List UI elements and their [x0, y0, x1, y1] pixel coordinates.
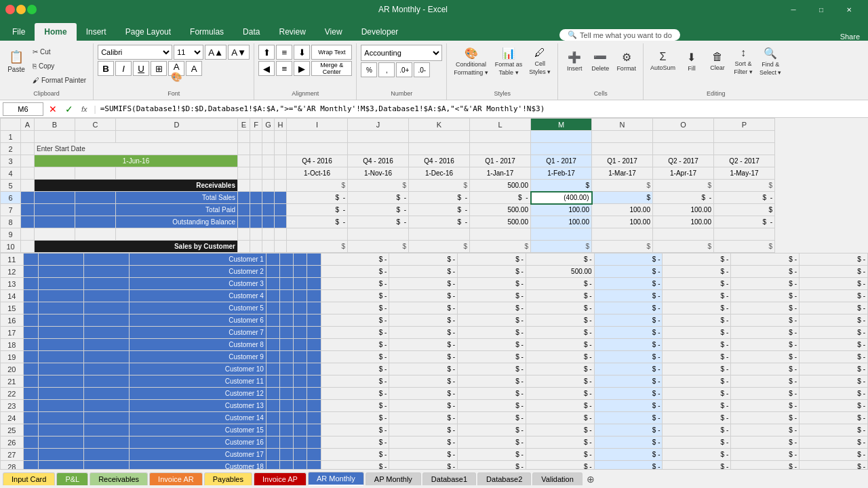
cell-k26[interactable]: $ -	[458, 436, 526, 449]
comma-button[interactable]: ,	[378, 62, 395, 77]
confirm-formula-button[interactable]: ✓	[62, 104, 76, 115]
decrease-decimal-button[interactable]: .0-	[414, 62, 430, 77]
cell-k16[interactable]: $ -	[458, 314, 526, 327]
cell-m15[interactable]: $ -	[594, 302, 663, 314]
cell-j10[interactable]: $	[348, 241, 409, 253]
cell-p5[interactable]: $	[714, 180, 775, 192]
cell-c22[interactable]	[84, 388, 130, 400]
cell-k17[interactable]: $ -	[458, 327, 526, 339]
cell-k15[interactable]: $ -	[458, 302, 526, 314]
tab-view[interactable]: View	[315, 23, 352, 41]
cell-n3[interactable]: Q1 - 2017	[592, 155, 653, 167]
cell-l7[interactable]: 500.00	[470, 204, 531, 216]
col-header-c[interactable]: C	[75, 119, 116, 131]
cell-j8[interactable]: $ -	[348, 216, 409, 228]
cell-b16[interactable]	[38, 314, 83, 327]
cell-i15[interactable]: $ -	[321, 302, 389, 314]
cell-n21[interactable]: $ -	[663, 375, 731, 388]
cell-j25[interactable]: $ -	[389, 424, 458, 436]
cell-n1[interactable]	[592, 131, 653, 143]
cell-c11[interactable]	[84, 253, 130, 266]
cell-a8[interactable]	[21, 216, 35, 228]
cell-b14[interactable]	[38, 290, 83, 302]
cell-i10[interactable]: $	[287, 241, 348, 253]
format-as-table-button[interactable]: 📊 Format asTable ▾	[492, 45, 526, 77]
cell-b17[interactable]	[38, 327, 83, 339]
cell-j6[interactable]: $ -	[348, 192, 409, 204]
cell-d25[interactable]: Customer 15	[130, 424, 267, 436]
cell-k13[interactable]: $ -	[458, 278, 526, 290]
number-format-select[interactable]: Accounting General Number Currency Perce…	[361, 45, 442, 61]
cell-c21[interactable]	[84, 375, 130, 388]
cell-i23[interactable]: $ -	[321, 400, 389, 412]
cell-l5[interactable]: 500.00	[470, 180, 531, 192]
cell-p16[interactable]: $ -	[800, 314, 868, 327]
insert-function-button[interactable]: fx	[79, 105, 90, 113]
cell-j21[interactable]: $ -	[389, 375, 458, 388]
cell-c14[interactable]	[84, 290, 130, 302]
sort-filter-button[interactable]: ↕ Sort &Filter ▾	[731, 45, 755, 77]
cell-c4[interactable]	[75, 167, 116, 180]
cell-k27[interactable]: $ -	[458, 449, 526, 461]
cell-d21[interactable]: Customer 11	[130, 375, 267, 388]
cell-a10[interactable]	[21, 241, 35, 253]
cell-d9[interactable]	[116, 228, 238, 241]
cell-i28[interactable]: $ -	[321, 461, 389, 470]
cell-m13[interactable]: $ -	[594, 278, 663, 290]
cell-h9[interactable]	[275, 228, 287, 241]
tab-developer[interactable]: Developer	[352, 23, 408, 41]
cell-i11[interactable]: $ -	[321, 253, 389, 266]
cell-k7[interactable]: $ -	[409, 204, 470, 216]
cell-h6[interactable]	[275, 192, 287, 204]
cell-m27[interactable]: $ -	[594, 449, 663, 461]
cell-b23[interactable]	[38, 400, 83, 412]
cell-b24[interactable]	[38, 412, 83, 424]
cell-l23[interactable]: $ -	[526, 400, 594, 412]
cell-n5[interactable]: $	[592, 180, 653, 192]
tab-file[interactable]: File	[3, 23, 35, 41]
cell-f7[interactable]	[250, 204, 262, 216]
cell-n18[interactable]: $ -	[663, 339, 731, 351]
cell-m24[interactable]: $ -	[594, 412, 663, 424]
cell-l6[interactable]: $ -	[470, 192, 531, 204]
copy-button[interactable]: ⎘ Copy	[30, 59, 89, 73]
cell-j4[interactable]: 1-Nov-16	[348, 167, 409, 180]
maximize-btn[interactable]: □	[808, 0, 835, 19]
cell-h2[interactable]	[275, 143, 287, 155]
cell-a20[interactable]	[23, 363, 38, 375]
cell-m9[interactable]	[531, 228, 592, 241]
col-header-k[interactable]: K	[409, 119, 470, 131]
cell-g2[interactable]	[262, 143, 275, 155]
col-header-a[interactable]: A	[21, 119, 35, 131]
cell-o6[interactable]: $ -	[653, 192, 714, 204]
cell-a17[interactable]	[23, 327, 38, 339]
cell-b2[interactable]: Enter Start Date	[35, 143, 238, 155]
cell-o26[interactable]: $ -	[731, 436, 800, 449]
cell-c15[interactable]	[84, 302, 130, 314]
tab-validation[interactable]: Validation	[532, 472, 583, 485]
cell-k21[interactable]: $ -	[458, 375, 526, 388]
cell-i5[interactable]: $	[287, 180, 348, 192]
conditional-formatting-button[interactable]: 🎨 ConditionalFormatting ▾	[451, 45, 491, 77]
cell-i19[interactable]: $ -	[321, 351, 389, 363]
cell-k23[interactable]: $ -	[458, 400, 526, 412]
cell-o23[interactable]: $ -	[731, 400, 800, 412]
cell-a11[interactable]	[23, 253, 38, 266]
cell-l11[interactable]: $ -	[526, 253, 594, 266]
cell-h3[interactable]	[275, 155, 287, 167]
cell-d6[interactable]: Total Sales	[116, 192, 238, 204]
cell-d26[interactable]: Customer 16	[130, 436, 267, 449]
cell-b6[interactable]	[35, 192, 75, 204]
cell-l4[interactable]: 1-Jan-17	[470, 167, 531, 180]
align-right-button[interactable]: ▶	[294, 61, 310, 76]
cell-l2[interactable]	[470, 143, 531, 155]
cell-e3[interactable]	[238, 155, 250, 167]
cell-f8[interactable]	[250, 216, 262, 228]
cell-n26[interactable]: $ -	[663, 436, 731, 449]
cell-k6[interactable]: $ -	[409, 192, 470, 204]
cell-p11[interactable]: $ -	[800, 253, 868, 266]
cell-g8[interactable]	[262, 216, 275, 228]
cell-g9[interactable]	[262, 228, 275, 241]
cell-m28[interactable]: $ -	[594, 461, 663, 470]
cell-a24[interactable]	[23, 412, 38, 424]
